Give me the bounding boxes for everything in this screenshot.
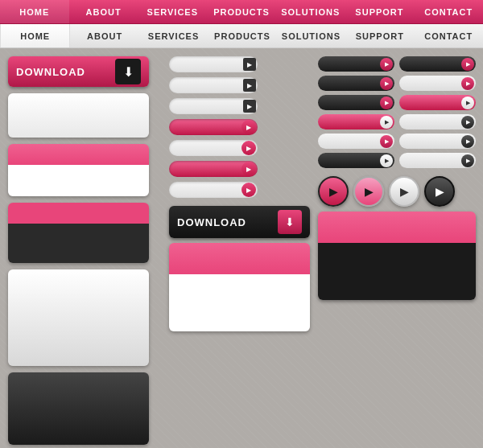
nav-contact-2[interactable]: CONTACT (415, 24, 483, 47)
right-big-panel (318, 212, 476, 300)
right-arrow-1[interactable]: ▶ (380, 58, 393, 71)
right-scrollbar-white-4[interactable]: ▶ (399, 134, 476, 149)
nav-bar-primary: HOME ABOUT SERVICES PRODUCTS SOLUTIONS S… (0, 0, 483, 24)
download-label-2: DOWNLOAD (177, 216, 246, 228)
right-scrollbars-group: ▶ ▶ ▶ ▶ ▶ ▶ (318, 56, 476, 168)
scroll-arrow-pink-3[interactable]: ▶ (242, 162, 256, 176)
nav-services-2[interactable]: SERVICES (139, 24, 208, 47)
left-column: DOWNLOAD ⬇ (8, 56, 161, 445)
right-scrollbar-white-2[interactable]: ▶ (399, 76, 476, 91)
nav-about-2[interactable]: ABOUT (70, 24, 138, 47)
right-arrow-8[interactable]: ▶ (461, 77, 474, 90)
dark-panel-1 (8, 203, 149, 263)
right-scrollbar-dark-2[interactable]: ▶ (318, 76, 394, 91)
right-arrow-12[interactable]: ▶ (461, 154, 474, 167)
download-button-1[interactable]: DOWNLOAD ⬇ (8, 56, 149, 87)
play-button-dark[interactable]: ▶ (424, 176, 455, 207)
right-scrollbar-white-3[interactable]: ▶ (399, 114, 476, 129)
scrollbar-pink-1[interactable]: ▶ (169, 119, 258, 135)
nav-about-1[interactable]: ABOUT (69, 0, 138, 23)
scrollbar-row-4: ▶ (169, 119, 310, 135)
nav-home-2[interactable]: HOME (0, 24, 70, 47)
nav-products-1[interactable]: PRODUCTS (207, 0, 276, 23)
right-scroll-col-1: ▶ ▶ ▶ ▶ ▶ ▶ (318, 56, 394, 168)
scrollbar-row-7: ▶ (169, 182, 310, 198)
right-arrow-11[interactable]: ▶ (461, 135, 474, 148)
scroll-arrow-pink-4[interactable]: ▶ (242, 183, 256, 197)
scrollbar-white-2[interactable]: ▶ (169, 77, 258, 93)
scrollbar-white-4[interactable]: ▶ (169, 140, 258, 156)
right-scrollbar-dark-3[interactable]: ▶ (318, 95, 394, 110)
nav-support-1[interactable]: SUPPORT (345, 0, 415, 23)
right-scrollbar-dark-4[interactable]: ▶ (318, 153, 394, 168)
right-scrollbar-white-5[interactable]: ▶ (399, 153, 476, 168)
download-icon-1: ⬇ (115, 59, 141, 84)
scrollbar-white-1[interactable]: ▶ (169, 56, 258, 72)
scroll-arrow-pink-2[interactable]: ▶ (242, 141, 256, 155)
right-scrollbar-dark-1[interactable]: ▶ (318, 56, 394, 72)
nav-home-1[interactable]: HOME (0, 0, 69, 23)
middle-column: ▶ ▶ ▶ ▶ ▶ ▶ (169, 56, 310, 445)
scrollbar-white-3[interactable]: ▶ (169, 98, 258, 114)
right-scrollbar-pink-2[interactable]: ▶ (399, 95, 476, 110)
play-button-pink-dark[interactable]: ▶ (318, 176, 349, 207)
gray-big-panel (8, 269, 149, 366)
right-arrow-3[interactable]: ▶ (380, 97, 393, 109)
scrollbar-white-5[interactable]: ▶ (169, 182, 258, 198)
right-arrow-5[interactable]: ▶ (380, 135, 393, 148)
scrollbar-pink-2[interactable]: ▶ (169, 161, 258, 177)
nav-services-1[interactable]: SERVICES (138, 0, 207, 23)
scroll-arrow-pink-1[interactable]: ▶ (242, 120, 256, 134)
pink-panel-1 (8, 144, 149, 196)
right-scrollbar-pink-1[interactable]: ▶ (318, 114, 394, 129)
nav-contact-1[interactable]: CONTACT (414, 0, 483, 23)
play-buttons-row: ▶ ▶ ▶ ▶ (318, 176, 476, 207)
download-icon-2: ⬇ (278, 210, 302, 234)
white-panel-1 (8, 93, 149, 138)
scrollbar-row-6: ▶ (169, 161, 310, 177)
scroll-arrow-2[interactable]: ▶ (243, 79, 256, 92)
nav-solutions-2[interactable]: SOLUTIONS (277, 24, 345, 47)
right-column: ▶ ▶ ▶ ▶ ▶ ▶ (318, 56, 476, 445)
scrollbar-row-5: ▶ (169, 140, 310, 156)
main-content: DOWNLOAD ⬇ ▶ ▶ ▶ (0, 48, 483, 448)
right-arrow-6[interactable]: ▶ (380, 154, 393, 167)
right-arrow-7[interactable]: ▶ (461, 58, 474, 71)
scrollbar-row-1: ▶ (169, 56, 310, 72)
download-label-1: DOWNLOAD (16, 66, 85, 78)
play-button-pink-light[interactable]: ▶ (353, 176, 384, 207)
scroll-arrow-3[interactable]: ▶ (243, 100, 256, 113)
right-arrow-4[interactable]: ▶ (380, 116, 393, 129)
scrollbar-row-3: ▶ (169, 98, 310, 114)
right-scrollbar-dark-5[interactable]: ▶ (399, 56, 476, 72)
scroll-arrow-1[interactable]: ▶ (243, 58, 256, 71)
play-button-white[interactable]: ▶ (389, 176, 419, 207)
download-button-2[interactable]: DOWNLOAD ⬇ (169, 206, 310, 238)
nav-bar-secondary: HOME ABOUT SERVICES PRODUCTS SOLUTIONS S… (0, 24, 483, 48)
scrollbar-row-2: ▶ (169, 77, 310, 93)
right-arrow-2[interactable]: ▶ (380, 77, 393, 90)
right-arrow-9[interactable]: ▶ (461, 97, 474, 109)
mid-pink-white-panel (169, 243, 310, 331)
right-scrollbar-white-1[interactable]: ▶ (318, 134, 394, 149)
nav-solutions-1[interactable]: SOLUTIONS (276, 0, 345, 23)
nav-products-2[interactable]: PRODUCTS (208, 24, 276, 47)
nav-support-2[interactable]: SUPPORT (345, 24, 414, 47)
dark-big-panel (8, 372, 149, 445)
right-arrow-10[interactable]: ▶ (461, 116, 474, 129)
right-scroll-col-2: ▶ ▶ ▶ ▶ ▶ ▶ (399, 56, 476, 168)
